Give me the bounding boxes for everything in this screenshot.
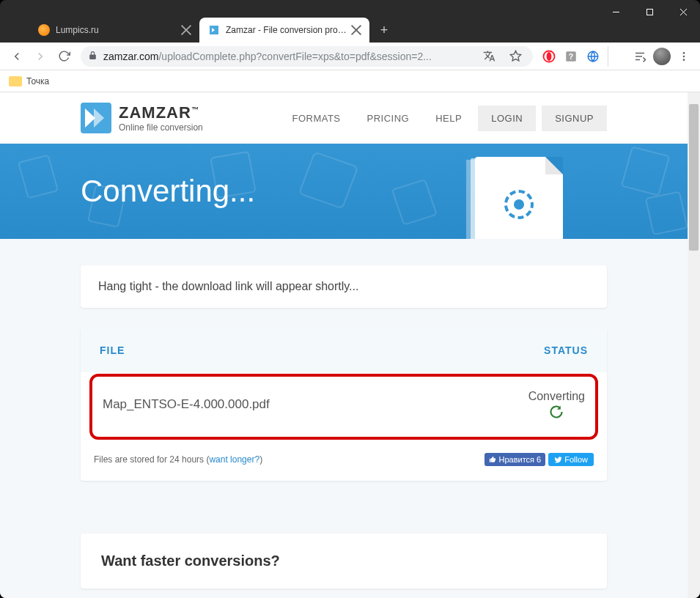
svg-point-21: [683, 55, 685, 57]
scrollbar[interactable]: [688, 92, 700, 598]
nav-signup[interactable]: SIGNUP: [542, 106, 607, 131]
nav-help[interactable]: HELP: [425, 107, 472, 130]
promo-title: Want faster conversions?: [101, 553, 586, 569]
tab-close-button[interactable]: [180, 24, 192, 36]
minimize-button[interactable]: [599, 0, 633, 23]
favicon-icon: [208, 24, 220, 36]
brand-name: ZAMZAR™: [119, 103, 203, 122]
promo-box: Want faster conversions?: [81, 534, 607, 588]
nav-pricing[interactable]: PRICING: [357, 107, 420, 130]
reload-button[interactable]: [53, 45, 75, 67]
svg-rect-28: [622, 147, 669, 195]
extension-help-icon[interactable]: ?: [561, 46, 581, 67]
svg-rect-23: [18, 155, 58, 199]
file-card: FILE STATUS Map_ENTSO-E-4.000.000.pdf Co…: [81, 328, 607, 481]
svg-rect-26: [299, 152, 358, 209]
svg-rect-27: [392, 180, 437, 224]
tab-label: Zamzar - File conversion progress: [226, 25, 347, 35]
spinner-icon: [549, 405, 564, 419]
new-tab-button[interactable]: +: [374, 20, 394, 40]
col-status-label: STATUS: [544, 344, 588, 356]
file-row: Map_ENTSO-E-4.000.000.pdf Converting: [89, 374, 598, 440]
site-nav: FORMATS PRICING HELP LOGIN SIGNUP: [281, 106, 607, 131]
globe-icon[interactable]: [583, 46, 603, 67]
viewport: ZAMZAR™ Online file conversion FORMATS P…: [0, 92, 700, 598]
maximize-button[interactable]: [633, 0, 666, 23]
svg-rect-7: [646, 9, 652, 15]
reading-list-icon[interactable]: [630, 46, 650, 67]
svg-rect-29: [646, 192, 688, 235]
info-message: Hang tight - the download link will appe…: [81, 265, 607, 308]
window-controls: [599, 0, 700, 23]
lock-icon: [88, 51, 97, 62]
browser-toolbar: zamzar.com/uploadComplete.php?convertFil…: [0, 43, 700, 70]
tab-close-button[interactable]: [350, 24, 362, 36]
browser-titlebar: Lumpics.ru Zamzar - File conversion prog…: [0, 0, 700, 43]
banner: Converting...: [0, 144, 688, 239]
nav-login[interactable]: LOGIN: [478, 106, 536, 131]
menu-icon[interactable]: [674, 46, 694, 67]
svg-point-12: [547, 52, 552, 61]
forward-button[interactable]: [29, 45, 51, 67]
status-text: Converting: [528, 390, 585, 403]
storage-note: Files are stored for 24 hours (want long…: [94, 454, 262, 465]
back-button[interactable]: [6, 45, 28, 67]
translate-icon[interactable]: [479, 46, 499, 67]
favicon-icon: [38, 24, 50, 36]
tab-lumpics[interactable]: Lumpics.ru: [29, 18, 199, 43]
bookmarks-bar: Точка: [0, 70, 700, 92]
file-name: Map_ENTSO-E-4.000.000.pdf: [103, 397, 528, 412]
bookmark-item[interactable]: Точка: [26, 76, 49, 86]
brand-tagline: Online file conversion: [119, 122, 203, 133]
banner-title: Converting...: [81, 174, 255, 209]
tab-label: Lumpics.ru: [56, 25, 177, 35]
url-text: zamzar.com/uploadComplete.php?convertFil…: [103, 51, 473, 62]
gear-icon: [504, 190, 534, 219]
profile-avatar[interactable]: [652, 46, 672, 67]
nav-formats[interactable]: FORMATS: [281, 107, 350, 130]
page-content: ZAMZAR™ Online file conversion FORMATS P…: [0, 92, 688, 598]
logo-icon: [81, 103, 111, 133]
twitter-follow-button[interactable]: Follow: [548, 453, 594, 466]
svg-point-20: [683, 52, 685, 54]
svg-marker-10: [510, 51, 520, 60]
file-status: Converting: [528, 390, 585, 419]
divider: [608, 46, 628, 67]
svg-point-22: [683, 59, 685, 61]
logo[interactable]: ZAMZAR™ Online file conversion: [81, 103, 203, 133]
file-table-header: FILE STATUS: [81, 328, 607, 372]
tab-zamzar[interactable]: Zamzar - File conversion progress: [199, 18, 369, 43]
star-icon[interactable]: [505, 46, 526, 67]
scrollbar-thumb[interactable]: [689, 104, 699, 251]
site-header: ZAMZAR™ Online file conversion FORMATS P…: [0, 92, 688, 144]
social-buttons: Нравится 6 Follow: [485, 453, 594, 466]
svg-text:?: ?: [569, 51, 573, 60]
address-bar[interactable]: zamzar.com/uploadComplete.php?convertFil…: [81, 46, 533, 67]
close-window-button[interactable]: [666, 0, 700, 23]
col-file-label: FILE: [100, 344, 544, 356]
want-longer-link[interactable]: want longer?: [209, 454, 259, 465]
file-footer: Files are stored for 24 hours (want long…: [81, 441, 607, 481]
facebook-like-button[interactable]: Нравится 6: [485, 453, 545, 466]
document-icon: [475, 157, 563, 239]
folder-icon: [9, 76, 22, 86]
opera-icon[interactable]: [539, 46, 559, 67]
